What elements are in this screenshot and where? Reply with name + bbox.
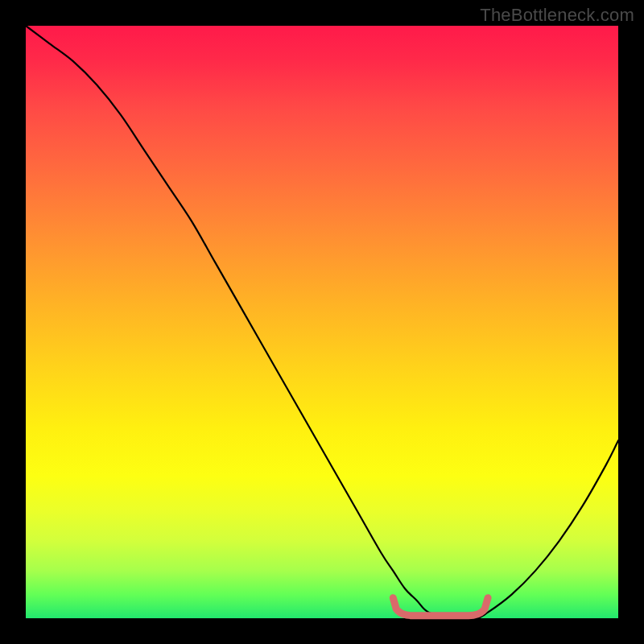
watermark-text: TheBottleneck.com — [480, 5, 634, 26]
chart-svg — [26, 26, 618, 618]
chart-plot-area — [26, 26, 618, 618]
minimum-band-marker — [393, 598, 488, 616]
bottleneck-curve-line — [26, 26, 618, 619]
